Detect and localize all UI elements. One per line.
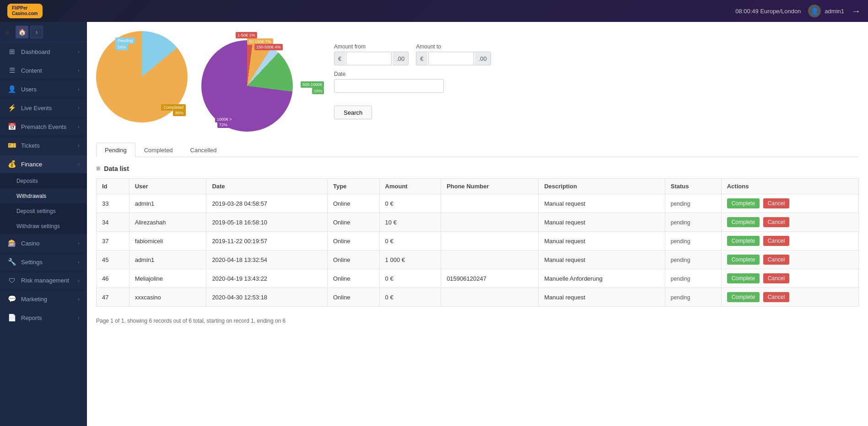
cell-date: 2019-03-28 04:58:57	[206, 194, 328, 213]
search-button[interactable]: Search	[334, 106, 372, 119]
settings-icon: 🔧	[7, 258, 16, 266]
sidebar-nav: ⊞ Dashboard › ☰ Content › 👤 Users ›	[0, 43, 87, 426]
tab-completed[interactable]: Completed	[135, 143, 182, 157]
cell-status: pending	[665, 269, 721, 288]
risk-icon: 🛡	[7, 277, 16, 284]
nav-home-button[interactable]: 🏠	[16, 26, 28, 38]
sidebar-item-marketing[interactable]: 💬 Marketing ›	[0, 290, 87, 309]
col-actions: Actions	[721, 179, 858, 194]
tab-pending[interactable]: Pending	[96, 143, 135, 157]
user-avatar: 👤	[808, 5, 821, 17]
amount-filter-row: Amount from € .00 Amount to €	[334, 43, 859, 65]
sidebar-deposit-settings-label: Deposit settings	[16, 208, 55, 214]
cancel-button[interactable]: Cancel	[763, 255, 789, 265]
sidebar-subitem-withdraw-settings[interactable]: Withdraw settings	[0, 219, 87, 234]
cell-amount: 0 €	[379, 194, 441, 213]
logout-icon[interactable]: →	[852, 6, 861, 16]
tab-cancelled[interactable]: Cancelled	[182, 143, 226, 157]
nav-forward-button[interactable]: ›	[30, 26, 43, 38]
sidebar-subitem-deposit-settings[interactable]: Deposit settings	[0, 204, 87, 219]
charts-filter-area: Pending 14% Completed 86%	[96, 31, 859, 132]
finance-icon: 💰	[7, 160, 16, 168]
sidebar-subitem-deposits[interactable]: Deposits	[0, 174, 87, 189]
date-input[interactable]	[334, 79, 444, 93]
sidebar-item-content[interactable]: ☰ Content ›	[0, 61, 87, 80]
sidebar-item-risk-management[interactable]: 🛡 Risk management ›	[0, 272, 87, 290]
complete-button[interactable]: Complete	[727, 236, 760, 246]
cell-amount: 1 000 €	[379, 250, 441, 269]
chevron-right-icon: ›	[78, 278, 80, 283]
cancel-button[interactable]: Cancel	[763, 236, 789, 246]
col-status: Status	[665, 179, 721, 194]
sidebar-item-reports[interactable]: 📄 Reports ›	[0, 309, 87, 327]
cell-type: Online	[327, 288, 379, 307]
marketing-icon: 💬	[7, 295, 16, 303]
sidebar-casino-label: Casino	[21, 240, 39, 247]
topbar-time: 08:00:49 Europe/London	[735, 8, 801, 15]
cell-status: pending	[665, 288, 721, 307]
date-filter-row: Date	[334, 71, 859, 93]
logo-line2: Casino.com	[12, 11, 38, 16]
chevron-right-icon: ›	[78, 49, 80, 54]
cell-actions: Complete Cancel	[721, 232, 858, 250]
live-events-icon: ⚡	[7, 104, 16, 112]
cell-amount: 0 €	[379, 269, 441, 288]
complete-button[interactable]: Complete	[727, 217, 760, 227]
cell-actions: Complete Cancel	[721, 194, 858, 213]
range-4-pct-label: 15%	[312, 88, 324, 94]
sidebar-item-settings[interactable]: 🔧 Settings ›	[0, 253, 87, 272]
sidebar-item-users[interactable]: 👤 Users ›	[0, 80, 87, 99]
amount-from-input[interactable]	[346, 52, 392, 65]
cell-phone: 015906120247	[441, 269, 539, 288]
data-list-header: ≡ Data list	[96, 165, 859, 173]
complete-button[interactable]: Complete	[727, 273, 760, 283]
cancel-button[interactable]: Cancel	[763, 198, 789, 208]
cancel-button[interactable]: Cancel	[763, 292, 789, 302]
pagination-info: Page 1 of 1, showing 6 records out of 6 …	[96, 314, 859, 328]
table-row: 33 admin1 2019-03-28 04:58:57 Online 0 €…	[97, 194, 859, 213]
sidebar-collapse-button[interactable]: ◀	[5, 29, 9, 36]
content-area: Pending 14% Completed 86%	[87, 22, 868, 426]
cell-user: admin1	[129, 250, 206, 269]
sidebar-item-finance[interactable]: 💰 Finance ›	[0, 155, 87, 174]
sidebar-tickets-label: Tickets	[21, 142, 40, 149]
sidebar-subitem-withdrawals[interactable]: Withdrawals	[0, 189, 87, 204]
cancel-button[interactable]: Cancel	[763, 217, 789, 227]
tabs-bar: Pending Completed Cancelled	[96, 143, 859, 157]
cell-status: pending	[665, 194, 721, 213]
cell-description: Manual request	[539, 250, 665, 269]
table-body: 33 admin1 2019-03-28 04:58:57 Online 0 €…	[97, 194, 859, 307]
chevron-right-icon: ›	[78, 161, 80, 167]
cell-user: xxxcasino	[129, 288, 206, 307]
complete-button[interactable]: Complete	[727, 255, 760, 265]
sidebar-item-prematch-events[interactable]: 📅 Prematch Events ›	[0, 117, 87, 136]
sidebar-item-dashboard[interactable]: ⊞ Dashboard ›	[0, 43, 87, 61]
sidebar-risk-label: Risk management	[21, 277, 69, 284]
cancel-button[interactable]: Cancel	[763, 273, 789, 283]
cell-type: Online	[327, 194, 379, 213]
amount-to-input[interactable]	[428, 52, 474, 65]
table-head: Id User Date Type Amount Phone Number De…	[97, 179, 859, 194]
sidebar-item-live-events[interactable]: ⚡ Live Events ›	[0, 99, 87, 117]
cell-type: Online	[327, 250, 379, 269]
amount-to-group: Amount to € .00	[416, 43, 491, 65]
cell-date: 2020-04-30 12:53:18	[206, 288, 328, 307]
chevron-right-icon: ›	[78, 68, 80, 73]
main-layout: ◀ 🏠 › ⊞ Dashboard › ☰ Content ›	[0, 22, 868, 426]
amount-from-label: Amount from	[334, 43, 409, 50]
chevron-right-icon: ›	[78, 105, 80, 111]
complete-button[interactable]: Complete	[727, 198, 760, 208]
col-amount: Amount	[379, 179, 441, 194]
cell-description: Manual request	[539, 213, 665, 232]
col-type: Type	[327, 179, 379, 194]
cell-type: Online	[327, 213, 379, 232]
data-table: Id User Date Type Amount Phone Number De…	[96, 178, 859, 307]
sidebar-item-tickets[interactable]: 🎫 Tickets ›	[0, 136, 87, 155]
cell-date: 2020-04-18 13:32:54	[206, 250, 328, 269]
amount-to-suffix: .00	[475, 52, 491, 65]
logo: FliPPer Casino.com	[7, 4, 43, 18]
sidebar-item-casino[interactable]: 🎰 Casino ›	[0, 234, 87, 253]
sidebar-withdrawals-label: Withdrawals	[16, 193, 46, 199]
sidebar-settings-label: Settings	[21, 259, 43, 266]
complete-button[interactable]: Complete	[727, 292, 760, 302]
